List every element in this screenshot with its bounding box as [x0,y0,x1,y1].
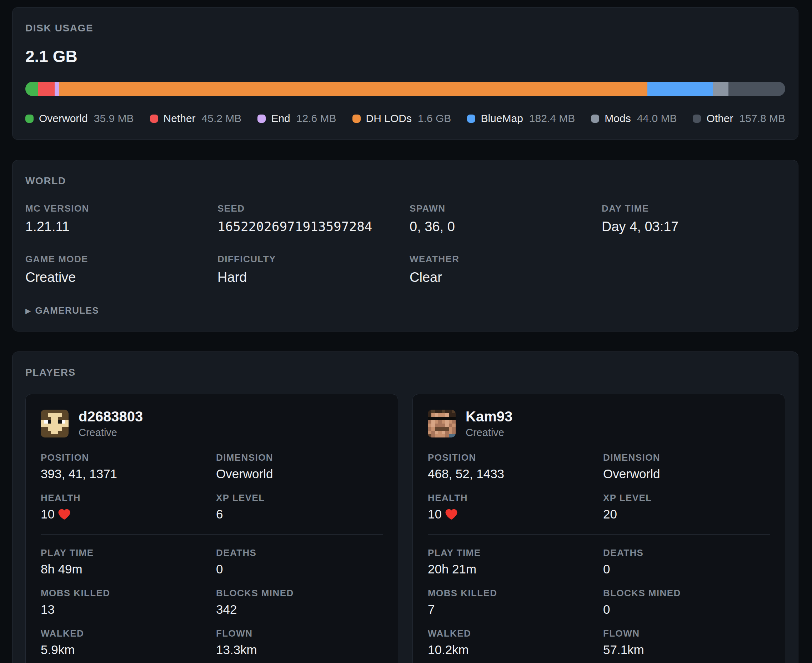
stat-value-text: 7 [428,602,434,617]
stat-label: PLAY TIME [41,547,207,558]
stat-value: 57.1km [603,643,770,657]
stat-value-text: 5.9km [41,643,75,657]
avatar-pixel [55,417,58,420]
player-identity: Kam93Creative [466,409,512,438]
avatar-pixel [41,410,44,413]
avatar-pixel [445,427,449,431]
stat-value: 0 [603,562,770,576]
avatar-pixel [435,424,439,427]
players-panel: PLAYERS d2683803CreativePOSITION393, 41,… [12,351,798,663]
stat-label: BLOCKS MINED [216,588,383,599]
field-label: WEATHER [410,254,593,265]
avatar-pixel [442,413,445,417]
world-info-grid: MC VERSION1.21.11SEED1652202697191359728… [25,203,785,285]
player-stats-bottom: PLAY TIME20h 21mDEATHS0MOBS KILLED7BLOCK… [428,547,770,663]
avatar-pixel [428,417,431,420]
disk-usage-panel: DISK USAGE 2.1 GB Overworld35.9 MBNether… [12,7,798,140]
avatar-pixel [58,420,62,424]
avatar-pixel [58,434,62,437]
avatar-pixel [428,424,431,427]
legend-item-other: Other157.8 MB [693,112,785,125]
disk-bar-segment-nether [38,82,54,96]
avatar-pixel [41,413,44,417]
avatar-pixel [431,424,435,427]
stat-value-text: 13 [41,602,55,617]
world-field-seed: SEED16522026971913597284 [217,203,401,234]
avatar-pixel [51,420,55,424]
avatar-pixel [435,434,439,437]
avatar-pixel [51,410,55,413]
field-value: 1.21.11 [25,219,209,234]
field-value: Clear [410,270,593,285]
stat-label: MOBS KILLED [428,588,595,599]
legend-dot-icon [693,115,701,123]
avatar-pixel [445,431,449,434]
avatar-pixel [41,420,44,424]
player-card-d2683803: d2683803CreativePOSITION393, 41, 1371DIM… [25,394,398,663]
field-label: SEED [217,203,401,214]
legend-item-overworld: Overworld35.9 MB [25,112,133,125]
legend-size: 35.9 MB [94,112,134,125]
avatar-pixel [44,420,48,424]
gamerules-label: GAMERULES [35,305,99,316]
avatar-pixel [62,427,65,431]
stat-label: DIMENSION [216,452,383,463]
disk-usage-total: 2.1 GB [25,47,785,66]
stat-value: Overworld [216,467,383,481]
legend-size: 45.2 MB [202,112,242,125]
avatar-pixel [44,431,48,434]
avatar-pixel [55,424,58,427]
player-stat-walked: WALKED5.9km [41,628,207,657]
avatar-pixel [449,420,452,424]
stat-value-text: 13.3km [216,643,257,657]
world-field-weather: WEATHERClear [410,254,593,285]
player-header: Kam93Creative [428,409,770,438]
avatar-pixel [438,431,442,434]
avatar-pixel [435,417,439,420]
stat-value: 8h 49m [41,562,207,576]
legend-name: End [271,112,290,125]
avatar-pixel [62,420,65,424]
disk-bar-segment-mods [713,82,728,96]
stat-value-text: 0 [603,562,610,576]
player-stat-health: HEALTH10 [428,492,595,521]
avatar-pixel [445,410,449,413]
avatar-pixel [55,427,58,431]
avatar-pixel [65,417,68,420]
legend-dot-icon [150,115,158,123]
avatar-pixel [435,427,439,431]
player-stat-blocks-mined: BLOCKS MINED342 [216,588,383,617]
stat-value-text: 6 [216,507,223,521]
avatar-pixel [55,420,58,424]
legend-name: BlueMap [481,112,523,125]
avatar-pixel [438,434,442,437]
avatar-pixel [62,417,65,420]
legend-item-dh-lods: DH LODs1.6 GB [352,112,451,125]
stat-label: FLOWN [603,628,770,639]
avatar-pixel [438,427,442,431]
player-stat-blocks-mined: BLOCKS MINED0 [603,588,770,617]
field-value: 16522026971913597284 [217,219,401,234]
field-label: MC VERSION [25,203,209,214]
legend-size: 44.0 MB [637,112,677,125]
avatar-pixel [442,417,445,420]
stat-value: 10.2km [428,643,595,657]
stat-value-text: 8h 49m [41,562,83,576]
legend-item-nether: Nether45.2 MB [150,112,242,125]
player-stat-deaths: DEATHS0 [603,547,770,576]
avatar-pixel [438,420,442,424]
avatar-pixel [58,427,62,431]
avatar-pixel [48,410,52,413]
card-divider [428,534,770,535]
gamerules-toggle[interactable]: ▶ GAMERULES [25,305,99,316]
avatar-pixel [51,427,55,431]
legend-dot-icon [258,115,266,123]
player-name: d2683803 [79,409,143,425]
player-cards: d2683803CreativePOSITION393, 41, 1371DIM… [25,394,785,663]
avatar-pixel [55,413,58,417]
avatar-pixel [445,434,449,437]
world-field-game-mode: GAME MODECreative [25,254,209,285]
stat-value: 0 [216,562,383,576]
avatar-pixel [51,424,55,427]
stat-label: HEALTH [428,492,595,503]
